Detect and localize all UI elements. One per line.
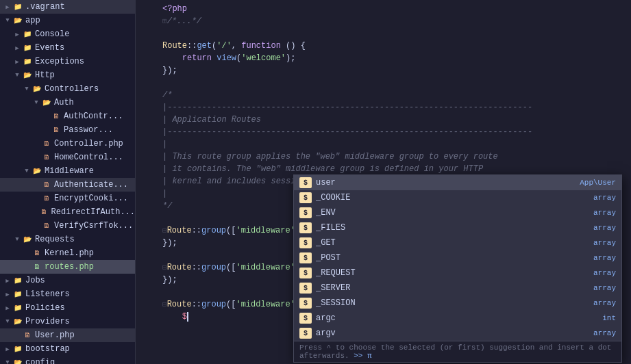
sidebar-item-label: Controller.php — [54, 139, 123, 148]
collapse-arrow: ▶ — [12, 31, 22, 38]
collapse-arrow: ▶ — [3, 304, 12, 312]
autocomplete-item-server[interactable]: $ _SERVER array — [294, 281, 621, 296]
folder-icon: 📁 — [12, 289, 23, 299]
sidebar-item-label: bootstrap — [25, 344, 70, 354]
autocomplete-item-type: array — [593, 284, 616, 292]
sidebar-item-app[interactable]: ▼ 📂 app — [0, 14, 135, 27]
autocomplete-item-name: _REQUEST — [316, 268, 593, 278]
autocomplete-item-name: argc — [316, 313, 602, 323]
variable-icon: $ — [299, 192, 312, 203]
sidebar-item-homecontrol[interactable]: 🗎 HomeControl... — [0, 151, 135, 164]
sidebar-item-http[interactable]: ▼ 📂 Http — [0, 68, 135, 82]
autocomplete-item-get[interactable]: $ _GET array — [294, 235, 621, 250]
collapse-arrow: ▶ — [12, 58, 22, 66]
autocomplete-hint: Press ^ to choose the selected (or first… — [294, 341, 621, 362]
sidebar-item-label: Middleware — [45, 166, 94, 176]
sidebar-item-label: VerifyCsrfTok... — [54, 221, 133, 231]
sidebar-item-label: Auth — [54, 98, 74, 107]
sidebar-item-label: HomeControl... — [54, 153, 123, 162]
sidebar-item-user-php[interactable]: 🗎 User.php — [0, 328, 135, 342]
sidebar-item-label: Requests — [35, 235, 75, 244]
code-line: | This route group applies the "web" mid… — [136, 151, 631, 163]
sidebar-item-console[interactable]: ▶ 📁 Console — [0, 27, 135, 41]
autocomplete-item-name: _SERVER — [316, 283, 593, 293]
variable-icon: $ — [299, 222, 312, 233]
sidebar-item-redirectifauth[interactable]: 🗎 RedirectIfAuth... — [0, 205, 135, 219]
folder-icon: 📂 — [32, 84, 42, 94]
autocomplete-item-name: argv — [316, 328, 593, 338]
file-icon: 🗎 — [41, 221, 52, 231]
collapse-arrow: ▼ — [3, 17, 12, 24]
sidebar-item-events[interactable]: ▶ 📁 Events — [0, 41, 135, 55]
autocomplete-item-session[interactable]: $ _SESSION array — [294, 296, 621, 311]
sidebar-item-label: Exceptions — [35, 57, 84, 66]
sidebar-item-verifycsrftok[interactable]: 🗎 VerifyCsrfTok... — [0, 219, 135, 233]
sidebar-item-vagrant[interactable]: ▶ 📁 .vagrant — [0, 0, 135, 14]
autocomplete-item-user[interactable]: $ user App\User — [294, 175, 621, 190]
collapse-arrow: ▼ — [12, 72, 22, 79]
sidebar-item-requests[interactable]: ▼ 📂 Requests — [0, 233, 135, 246]
sidebar-item-routes[interactable]: 🗎 routes.php — [0, 260, 135, 274]
sidebar-item-kernel[interactable]: 🗎 Kernel.php — [0, 246, 135, 260]
autocomplete-item-env[interactable]: $ _ENV array — [294, 205, 621, 220]
code-line — [136, 77, 631, 89]
code-line: return view('welcome'); — [136, 52, 631, 64]
code-line: <?php — [136, 3, 631, 15]
sidebar-item-auth[interactable]: ▼ 📂 Auth — [0, 96, 135, 109]
code-line: |---------------------------------------… — [136, 101, 631, 114]
sidebar-item-exceptions[interactable]: ▶ 📁 Exceptions — [0, 55, 135, 68]
autocomplete-item-type: App\User — [580, 179, 616, 187]
file-icon: 🗎 — [39, 207, 49, 217]
sidebar-item-controller-php[interactable]: 🗎 Controller.php — [0, 137, 135, 151]
code-line: }); — [136, 64, 631, 77]
autocomplete-item-argc[interactable]: $ argc int — [294, 311, 621, 326]
code-line: |---------------------------------------… — [136, 126, 631, 138]
collapse-arrow: ▼ — [3, 359, 12, 364]
sidebar-item-bootstrap[interactable]: ▶ 📁 bootstrap — [0, 342, 135, 356]
autocomplete-item-files[interactable]: $ _FILES array — [294, 220, 621, 235]
folder-icon: 📁 — [12, 2, 23, 12]
sidebar-item-label: Jobs — [25, 276, 45, 285]
sidebar-item-controllers[interactable]: ▼ 📂 Controllers — [0, 82, 135, 96]
autocomplete-item-post[interactable]: $ _POST array — [294, 250, 621, 265]
sidebar-item-authcontr[interactable]: 🗎 AuthContr... — [0, 109, 135, 123]
sidebar-item-label: Http — [35, 70, 55, 80]
variable-icon: $ — [299, 177, 312, 188]
sidebar-item-label: AuthContr... — [64, 112, 123, 121]
collapse-arrow: ▶ — [3, 346, 12, 353]
folder-icon: 📁 — [22, 43, 33, 53]
code-line: /* — [136, 89, 631, 101]
autocomplete-item-type: array — [593, 194, 616, 202]
autocomplete-item-name: _POST — [316, 253, 593, 263]
hint-keys: >> π — [354, 352, 371, 360]
collapse-arrow: ▶ — [3, 277, 12, 285]
folder-icon: 📁 — [12, 303, 23, 313]
folder-icon: 📁 — [12, 344, 23, 354]
sidebar-item-jobs[interactable]: ▶ 📁 Jobs — [0, 274, 135, 287]
autocomplete-item-cookie[interactable]: $ _COOKIE array — [294, 190, 621, 205]
sidebar-item-passwordr[interactable]: 🗎 Passwor... — [0, 123, 135, 137]
sidebar-item-label: Policies — [25, 303, 65, 313]
autocomplete-item-request[interactable]: $ _REQUEST array — [294, 265, 621, 281]
sidebar-item-policies[interactable]: ▶ 📁 Policies — [0, 301, 135, 315]
code-line — [136, 27, 631, 40]
code-editor[interactable]: <?php ⊞/*...*/ Route::get('/', function … — [136, 0, 631, 364]
variable-icon: $ — [299, 328, 312, 339]
autocomplete-item-name: _ENV — [316, 208, 593, 218]
autocomplete-item-argv[interactable]: $ argv array — [294, 326, 621, 341]
collapse-arrow: ▶ — [3, 3, 12, 11]
sidebar-item-authenticate[interactable]: 🗎 Authenticate... — [0, 178, 135, 192]
sidebar-item-label: app — [25, 16, 40, 25]
sidebar-item-providers[interactable]: ▼ 📂 Providers — [0, 315, 135, 328]
file-icon: 🗎 — [32, 262, 42, 272]
variable-icon: $ — [299, 313, 312, 324]
hint-text: Press ^ to choose the selected (or first… — [299, 343, 611, 360]
sidebar-item-label: EncryptCooki... — [54, 194, 128, 203]
autocomplete-item-name: _SESSION — [316, 298, 593, 308]
sidebar-item-listeners[interactable]: ▶ 📁 Listeners — [0, 287, 135, 301]
sidebar-item-middleware[interactable]: ▼ 📂 Middleware — [0, 164, 135, 178]
file-icon: 🗎 — [51, 112, 62, 121]
sidebar-item-encryptcooki[interactable]: 🗎 EncryptCooki... — [0, 192, 135, 205]
sidebar-item-config[interactable]: ▼ 📂 config — [0, 356, 135, 364]
sidebar-item-label: User.php — [35, 330, 75, 340]
